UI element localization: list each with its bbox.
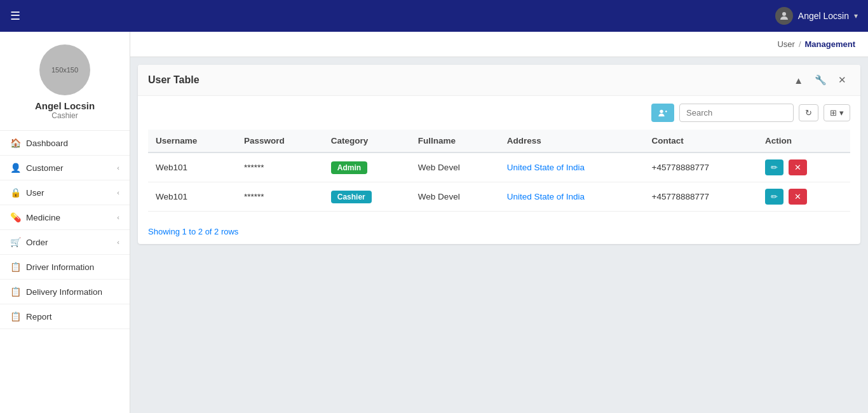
sidebar-item-user[interactable]: 🔒 User ‹ xyxy=(0,180,130,205)
nav-item-label: Customer xyxy=(26,163,64,173)
sidebar-item-customer[interactable]: 👤 Customer ‹ xyxy=(0,156,130,180)
cell-category: Cashier xyxy=(323,182,410,212)
breadcrumb-parent: User xyxy=(777,39,794,49)
col-category: Category xyxy=(323,130,410,152)
dashboard-icon: 🏠 xyxy=(10,138,21,148)
breadcrumb: User / Management xyxy=(130,32,868,57)
nav-item-left: 🛒 Order xyxy=(10,237,48,247)
delivery-information-icon: 📋 xyxy=(10,287,21,297)
navbar: ☰ Angel Locsin ▾ xyxy=(0,0,868,32)
nav-item-left: 📋 Report xyxy=(10,311,52,322)
cell-category: Admin xyxy=(323,152,410,182)
cell-fullname: Web Devel xyxy=(410,182,499,212)
card-header-actions: ▲ 🔧 ✕ xyxy=(790,72,850,88)
showing-prefix: Showing xyxy=(148,227,182,236)
cell-action: ✏ ✕ xyxy=(757,152,850,182)
nav-chevron-icon: ‹ xyxy=(117,164,119,172)
table-header: UsernamePasswordCategoryFullnameAddressC… xyxy=(148,130,850,152)
content-area: User / Management User Table ▲ 🔧 ✕ ↻ xyxy=(130,32,868,413)
nav-item-left: 📋 Driver Information xyxy=(10,262,94,272)
nav-chevron-icon: ‹ xyxy=(117,238,119,246)
sidebar-username: Angel Locsin xyxy=(35,100,95,111)
cell-password: ****** xyxy=(236,182,323,212)
table-body: Web101 ****** Admin Web Devel United Sta… xyxy=(148,152,850,212)
card-title: User Table xyxy=(148,74,200,86)
col-fullname: Fullname xyxy=(410,130,499,152)
edit-button[interactable]: ✏ xyxy=(765,159,783,175)
table-row: Web101 ****** Cashier Web Devel United S… xyxy=(148,182,850,212)
collapse-button[interactable]: ▲ xyxy=(790,73,807,88)
avatar: 150x150 xyxy=(39,44,90,95)
col-action: Action xyxy=(757,130,850,152)
nav-item-label: Delivery Information xyxy=(26,287,102,297)
nav-item-label: Report xyxy=(26,312,52,322)
cell-contact: +45778888777 xyxy=(644,182,757,212)
category-badge: Cashier xyxy=(331,191,372,203)
breadcrumb-current[interactable]: Management xyxy=(805,39,855,49)
delete-button[interactable]: ✕ xyxy=(789,159,807,175)
showing-range: 1 to 2 xyxy=(182,227,203,236)
report-icon: 📋 xyxy=(10,311,21,322)
table-wrapper: UsernamePasswordCategoryFullnameAddressC… xyxy=(138,130,860,222)
user-table-card: User Table ▲ 🔧 ✕ ↻ ⊞ ▾ xyxy=(138,65,860,244)
cell-fullname: Web Devel xyxy=(410,152,499,182)
sidebar-item-order[interactable]: 🛒 Order ‹ xyxy=(0,230,130,255)
nav-item-label: User xyxy=(26,188,44,198)
columns-icon: ⊞ xyxy=(830,108,837,118)
cell-contact: +45778888777 xyxy=(644,152,757,182)
nav-chevron-icon: ‹ xyxy=(117,189,119,196)
navbar-chevron-icon: ▾ xyxy=(854,11,858,20)
nav-item-left: 🏠 Dashboard xyxy=(10,138,68,148)
nav-item-label: Dashboard xyxy=(26,139,68,148)
sidebar-item-medicine[interactable]: 💊 Medicine ‹ xyxy=(0,205,130,230)
order-icon: 🛒 xyxy=(10,237,21,247)
edit-button[interactable]: ✏ xyxy=(765,189,783,205)
navbar-user-icon xyxy=(775,7,793,25)
sidebar-role: Cashier xyxy=(51,111,78,120)
nav-item-label: Medicine xyxy=(26,213,60,222)
cell-address: United State of India xyxy=(499,152,644,182)
sidebar-nav: 🏠 Dashboard 👤 Customer ‹ 🔒 User ‹ 💊 Medi… xyxy=(0,131,130,413)
sidebar-profile: 150x150 Angel Locsin Cashier xyxy=(0,32,130,131)
col-address: Address xyxy=(499,130,644,152)
search-input[interactable] xyxy=(679,104,794,122)
add-user-button[interactable] xyxy=(651,104,674,122)
columns-button[interactable]: ⊞ ▾ xyxy=(824,104,850,121)
navbar-left: ☰ xyxy=(10,9,20,23)
nav-item-left: 💊 Medicine xyxy=(10,212,60,222)
navbar-user-menu[interactable]: Angel Locsin ▾ xyxy=(775,7,858,25)
showing-suffix: of 2 rows xyxy=(203,227,238,236)
nav-item-left: 🔒 User xyxy=(10,187,44,198)
nav-chevron-icon: ‹ xyxy=(117,213,119,221)
address-link[interactable]: United State of India xyxy=(507,192,585,201)
navbar-username: Angel Locsin xyxy=(798,11,849,21)
hamburger-button[interactable]: ☰ xyxy=(10,9,20,23)
settings-button[interactable]: 🔧 xyxy=(811,72,831,88)
showing-text: Showing 1 to 2 of 2 rows xyxy=(138,222,860,244)
sidebar-item-report[interactable]: 📋 Report xyxy=(0,304,130,329)
nav-item-label: Driver Information xyxy=(26,262,94,272)
user-table: UsernamePasswordCategoryFullnameAddressC… xyxy=(148,130,850,212)
cell-username: Web101 xyxy=(148,152,236,182)
cell-password: ****** xyxy=(236,152,323,182)
table-row: Web101 ****** Admin Web Devel United Sta… xyxy=(148,152,850,182)
svg-point-0 xyxy=(782,12,786,16)
sidebar: 150x150 Angel Locsin Cashier 🏠 Dashboard… xyxy=(0,32,130,413)
nav-item-left: 📋 Delivery Information xyxy=(10,287,102,297)
cell-username: Web101 xyxy=(148,182,236,212)
close-button[interactable]: ✕ xyxy=(834,72,850,88)
delete-button[interactable]: ✕ xyxy=(789,189,807,205)
sidebar-item-delivery-information[interactable]: 📋 Delivery Information xyxy=(0,280,130,304)
table-toolbar: ↻ ⊞ ▾ xyxy=(138,96,860,130)
col-password: Password xyxy=(236,130,323,152)
driver-information-icon: 📋 xyxy=(10,262,21,272)
refresh-button[interactable]: ↻ xyxy=(799,104,818,121)
main-layout: 150x150 Angel Locsin Cashier 🏠 Dashboard… xyxy=(0,32,868,413)
nav-item-label: Order xyxy=(26,238,48,247)
columns-chevron-icon: ▾ xyxy=(839,108,844,118)
sidebar-item-driver-information[interactable]: 📋 Driver Information xyxy=(0,255,130,280)
cell-address: United State of India xyxy=(499,182,644,212)
sidebar-item-dashboard[interactable]: 🏠 Dashboard xyxy=(0,131,130,156)
address-link[interactable]: United State of India xyxy=(507,163,585,172)
nav-item-left: 👤 Customer xyxy=(10,163,64,173)
